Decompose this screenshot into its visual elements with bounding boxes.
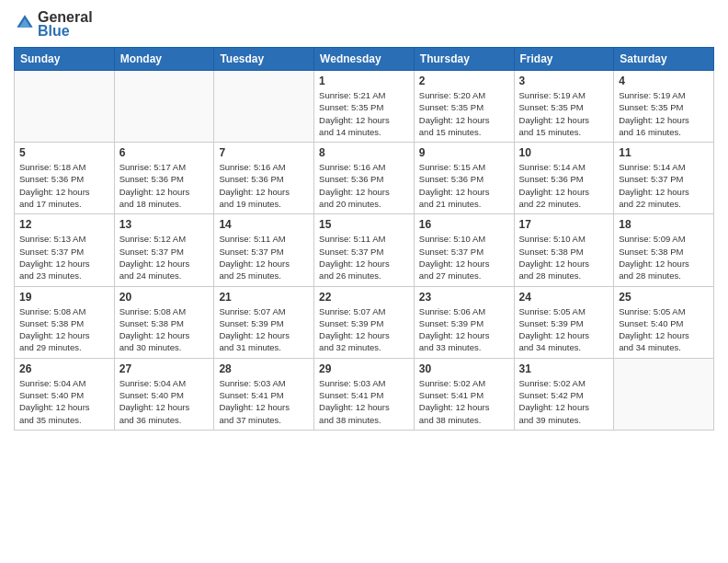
day-number: 8 [319,146,409,159]
calendar-cell: 12Sunrise: 5:13 AM Sunset: 5:37 PM Dayli… [15,214,115,286]
day-number: 19 [19,291,109,304]
calendar-container: General Blue SundayMondayTuesdayWednesda… [0,0,728,440]
day-number: 25 [619,291,709,304]
day-info: Sunrise: 5:09 AM Sunset: 5:38 PM Dayligh… [619,233,709,282]
calendar-cell: 21Sunrise: 5:07 AM Sunset: 5:39 PM Dayli… [214,286,314,358]
day-number: 15 [319,218,409,231]
day-number: 14 [219,218,309,231]
day-info: Sunrise: 5:10 AM Sunset: 5:38 PM Dayligh… [519,233,609,282]
day-number: 2 [419,75,509,87]
header-day-monday: Monday [114,48,214,71]
day-number: 6 [119,146,210,159]
day-number: 30 [419,362,509,375]
calendar-table: SundayMondayTuesdayWednesdayThursdayFrid… [14,47,714,431]
day-info: Sunrise: 5:17 AM Sunset: 5:36 PM Dayligh… [119,161,210,210]
calendar-cell: 29Sunrise: 5:03 AM Sunset: 5:41 PM Dayli… [314,358,415,430]
day-info: Sunrise: 5:06 AM Sunset: 5:39 PM Dayligh… [419,305,509,354]
day-number: 11 [619,146,709,159]
day-info: Sunrise: 5:03 AM Sunset: 5:41 PM Dayligh… [219,377,309,426]
day-number: 22 [319,291,409,304]
day-number: 18 [619,218,709,231]
day-info: Sunrise: 5:11 AM Sunset: 5:37 PM Dayligh… [319,233,409,282]
day-number: 17 [519,218,609,231]
day-info: Sunrise: 5:03 AM Sunset: 5:41 PM Dayligh… [319,377,409,426]
calendar-week-1: 1Sunrise: 5:21 AM Sunset: 5:35 PM Daylig… [15,71,714,143]
day-info: Sunrise: 5:14 AM Sunset: 5:36 PM Dayligh… [519,161,609,210]
calendar-cell: 16Sunrise: 5:10 AM Sunset: 5:37 PM Dayli… [414,214,514,286]
calendar-cell: 31Sunrise: 5:02 AM Sunset: 5:42 PM Dayli… [514,358,614,430]
day-info: Sunrise: 5:02 AM Sunset: 5:41 PM Dayligh… [419,377,509,426]
calendar-cell: 6Sunrise: 5:17 AM Sunset: 5:36 PM Daylig… [114,143,214,214]
day-info: Sunrise: 5:21 AM Sunset: 5:35 PM Dayligh… [319,89,409,138]
calendar-cell [15,71,115,143]
calendar-cell: 19Sunrise: 5:08 AM Sunset: 5:38 PM Dayli… [15,286,115,358]
day-number: 5 [19,146,109,159]
day-info: Sunrise: 5:08 AM Sunset: 5:38 PM Dayligh… [119,305,210,354]
calendar-cell: 10Sunrise: 5:14 AM Sunset: 5:36 PM Dayli… [514,143,614,214]
day-info: Sunrise: 5:16 AM Sunset: 5:36 PM Dayligh… [319,161,409,210]
day-number: 1 [319,75,409,87]
day-number: 27 [119,362,210,375]
header-day-sunday: Sunday [15,48,115,71]
day-number: 21 [219,291,309,304]
calendar-cell: 15Sunrise: 5:11 AM Sunset: 5:37 PM Dayli… [314,214,415,286]
calendar-cell: 2Sunrise: 5:20 AM Sunset: 5:35 PM Daylig… [414,71,514,143]
calendar-cell: 23Sunrise: 5:06 AM Sunset: 5:39 PM Dayli… [414,286,514,358]
calendar-week-5: 26Sunrise: 5:04 AM Sunset: 5:40 PM Dayli… [15,358,714,430]
calendar-cell: 4Sunrise: 5:19 AM Sunset: 5:35 PM Daylig… [614,71,714,143]
calendar-cell: 30Sunrise: 5:02 AM Sunset: 5:41 PM Dayli… [414,358,514,430]
logo: General Blue [14,9,93,40]
calendar-cell: 17Sunrise: 5:10 AM Sunset: 5:38 PM Dayli… [514,214,614,286]
calendar-cell: 22Sunrise: 5:07 AM Sunset: 5:39 PM Dayli… [314,286,415,358]
day-info: Sunrise: 5:11 AM Sunset: 5:37 PM Dayligh… [219,233,309,282]
calendar-cell: 13Sunrise: 5:12 AM Sunset: 5:37 PM Dayli… [114,214,214,286]
calendar-cell: 27Sunrise: 5:04 AM Sunset: 5:40 PM Dayli… [114,358,214,430]
day-info: Sunrise: 5:19 AM Sunset: 5:35 PM Dayligh… [519,89,609,138]
calendar-cell: 9Sunrise: 5:15 AM Sunset: 5:36 PM Daylig… [414,143,514,214]
day-number: 16 [419,218,509,231]
day-number: 4 [619,75,709,87]
calendar-cell: 11Sunrise: 5:14 AM Sunset: 5:37 PM Dayli… [614,143,714,214]
day-number: 28 [219,362,309,375]
calendar-cell: 20Sunrise: 5:08 AM Sunset: 5:38 PM Dayli… [114,286,214,358]
day-info: Sunrise: 5:05 AM Sunset: 5:39 PM Dayligh… [519,305,609,354]
day-number: 20 [119,291,210,304]
header-day-saturday: Saturday [614,48,714,71]
day-info: Sunrise: 5:05 AM Sunset: 5:40 PM Dayligh… [619,305,709,354]
day-number: 26 [19,362,109,375]
day-info: Sunrise: 5:04 AM Sunset: 5:40 PM Dayligh… [19,377,109,426]
calendar-cell: 5Sunrise: 5:18 AM Sunset: 5:36 PM Daylig… [15,143,115,214]
calendar-cell [114,71,214,143]
calendar-cell: 8Sunrise: 5:16 AM Sunset: 5:36 PM Daylig… [314,143,415,214]
day-info: Sunrise: 5:14 AM Sunset: 5:37 PM Dayligh… [619,161,709,210]
calendar-cell: 18Sunrise: 5:09 AM Sunset: 5:38 PM Dayli… [614,214,714,286]
calendar-cell [214,71,314,143]
day-number: 12 [19,218,109,231]
day-info: Sunrise: 5:20 AM Sunset: 5:35 PM Dayligh… [419,89,509,138]
day-info: Sunrise: 5:04 AM Sunset: 5:40 PM Dayligh… [119,377,210,426]
header-day-friday: Friday [514,48,614,71]
day-info: Sunrise: 5:10 AM Sunset: 5:37 PM Dayligh… [419,233,509,282]
day-info: Sunrise: 5:15 AM Sunset: 5:36 PM Dayligh… [419,161,509,210]
day-info: Sunrise: 5:19 AM Sunset: 5:35 PM Dayligh… [619,89,709,138]
day-info: Sunrise: 5:07 AM Sunset: 5:39 PM Dayligh… [319,305,409,354]
day-number: 7 [219,146,309,159]
calendar-cell: 14Sunrise: 5:11 AM Sunset: 5:37 PM Dayli… [214,214,314,286]
day-info: Sunrise: 5:18 AM Sunset: 5:36 PM Dayligh… [19,161,109,210]
day-number: 23 [419,291,509,304]
day-info: Sunrise: 5:13 AM Sunset: 5:37 PM Dayligh… [19,233,109,282]
calendar-cell [614,358,714,430]
calendar-cell: 28Sunrise: 5:03 AM Sunset: 5:41 PM Dayli… [214,358,314,430]
calendar-week-3: 12Sunrise: 5:13 AM Sunset: 5:37 PM Dayli… [15,214,714,286]
calendar-cell: 26Sunrise: 5:04 AM Sunset: 5:40 PM Dayli… [15,358,115,430]
calendar-cell: 7Sunrise: 5:16 AM Sunset: 5:36 PM Daylig… [214,143,314,214]
day-number: 9 [419,146,509,159]
day-info: Sunrise: 5:16 AM Sunset: 5:36 PM Dayligh… [219,161,309,210]
calendar-body: 1Sunrise: 5:21 AM Sunset: 5:35 PM Daylig… [15,71,714,431]
calendar-cell: 1Sunrise: 5:21 AM Sunset: 5:35 PM Daylig… [314,71,415,143]
day-number: 31 [519,362,609,375]
calendar-week-2: 5Sunrise: 5:18 AM Sunset: 5:36 PM Daylig… [15,143,714,214]
calendar-cell: 24Sunrise: 5:05 AM Sunset: 5:39 PM Dayli… [514,286,614,358]
calendar-cell: 25Sunrise: 5:05 AM Sunset: 5:40 PM Dayli… [614,286,714,358]
calendar-header: General Blue [14,9,714,40]
